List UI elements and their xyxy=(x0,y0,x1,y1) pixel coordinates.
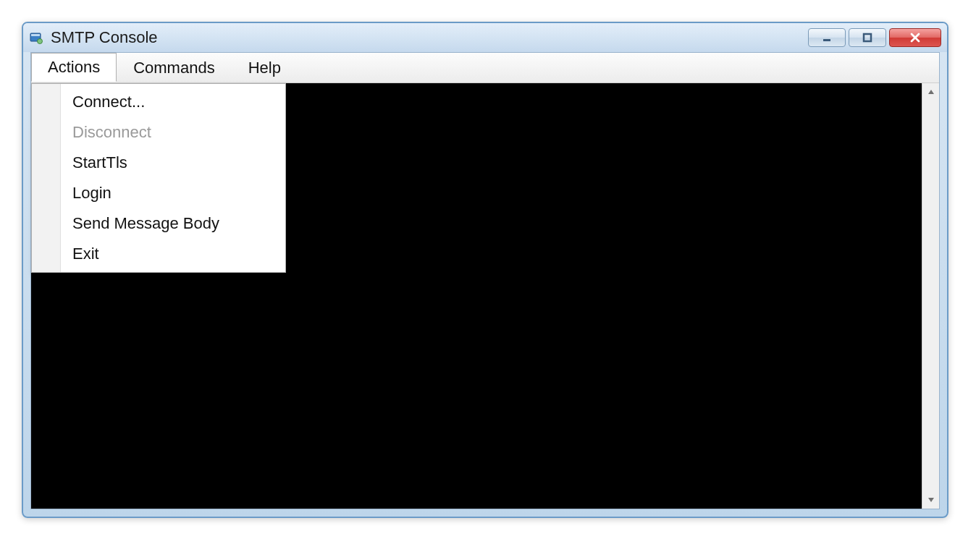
menu-item-login[interactable]: Login xyxy=(32,178,285,208)
menu-actions[interactable]: Actions xyxy=(31,53,117,82)
menu-item-exit[interactable]: Exit xyxy=(32,239,285,269)
app-icon xyxy=(29,30,43,45)
window-controls xyxy=(808,28,941,47)
close-button[interactable] xyxy=(889,28,941,47)
menu-item-connect[interactable]: Connect... xyxy=(32,87,285,117)
svg-rect-1 xyxy=(31,34,40,36)
vertical-scrollbar[interactable] xyxy=(922,83,939,509)
application-window: SMTP Console Actions Connect... D xyxy=(22,22,948,518)
title-bar[interactable]: SMTP Console xyxy=(23,23,947,52)
menu-item-starttls[interactable]: StartTls xyxy=(32,148,285,178)
svg-point-2 xyxy=(38,39,43,44)
menu-item-send-message-body[interactable]: Send Message Body xyxy=(32,208,285,239)
actions-dropdown: Connect... Disconnect StartTls Login Sen… xyxy=(31,83,286,273)
svg-rect-4 xyxy=(864,34,871,41)
menu-bar: Actions Connect... Disconnect StartTls L… xyxy=(31,53,939,83)
menu-help[interactable]: Help xyxy=(232,53,298,82)
menu-commands[interactable]: Commands xyxy=(117,53,231,82)
maximize-button[interactable] xyxy=(849,28,886,47)
menu-item-disconnect: Disconnect xyxy=(32,117,285,148)
svg-rect-3 xyxy=(823,39,830,41)
scroll-down-arrow-icon[interactable] xyxy=(922,491,939,509)
minimize-button[interactable] xyxy=(808,28,846,47)
client-area: Actions Connect... Disconnect StartTls L… xyxy=(30,52,940,509)
scroll-up-arrow-icon[interactable] xyxy=(922,83,939,101)
window-title: SMTP Console xyxy=(51,28,808,47)
